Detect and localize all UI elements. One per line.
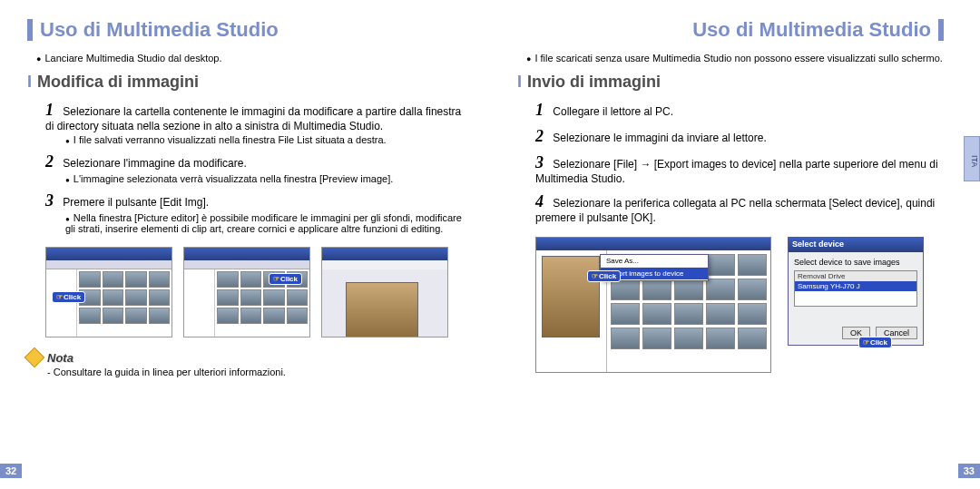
dialog-title: Select device	[789, 238, 923, 252]
device-group: Removal Drive	[795, 271, 916, 281]
folder-tree	[46, 269, 77, 337]
screenshot-filelist: ☞Click	[45, 247, 172, 337]
thumbnail-grid	[77, 269, 172, 337]
thumb	[706, 328, 735, 349]
click-callout: ☞Click	[587, 270, 621, 282]
section-pipe: I	[27, 73, 32, 91]
thumb	[706, 279, 735, 300]
step-2: 2 Selezionare l'immagine da modificare. …	[45, 152, 463, 184]
window-toolbar	[46, 260, 172, 269]
note-label: Nota	[47, 351, 74, 365]
screenshot-select-device-dialog: Select device Select device to save imag…	[788, 237, 924, 346]
thumb	[642, 328, 671, 349]
thumb	[706, 303, 735, 325]
step-number: 4	[535, 192, 550, 211]
step-text: Selezionare le immagini da inviare al le…	[553, 132, 766, 144]
thumb	[642, 303, 671, 325]
step-number: 2	[535, 127, 550, 146]
device-list[interactable]: Removal Drive Samsung YH-J70 J	[794, 270, 917, 307]
thumb	[125, 308, 147, 324]
thumb	[738, 328, 767, 349]
title-accent-bar	[27, 19, 33, 41]
thumb	[611, 303, 640, 325]
click-label: Click	[64, 293, 81, 301]
step-note: I file salvati verranno visualizzati nel…	[65, 134, 463, 145]
hand-icon: ☞	[56, 293, 63, 301]
thumb	[738, 254, 767, 276]
step-text: Premere il pulsante [Edit Img].	[63, 196, 209, 209]
click-callout: ☞Click	[858, 337, 892, 348]
step-text: Selezionare la cartella contenente le im…	[45, 105, 461, 132]
page-number: 33	[958, 464, 980, 478]
note-icon	[24, 347, 45, 368]
thumb	[240, 271, 262, 288]
title-bar-left: Uso di Multimedia Studio	[27, 18, 463, 42]
intro-text: Lanciare Multimedia Studio dal desktop.	[36, 53, 463, 64]
thumb	[240, 308, 262, 324]
thumb	[217, 271, 239, 288]
page-number: 32	[0, 464, 22, 478]
device-item-selected[interactable]: Samsung YH-J70 J	[795, 281, 916, 291]
thumb	[706, 254, 735, 276]
hand-icon: ☞	[273, 275, 279, 283]
window-titlebar	[46, 248, 172, 260]
step-number: 3	[535, 153, 550, 172]
thumb	[79, 308, 101, 324]
thumb	[287, 289, 309, 306]
thumb	[674, 328, 703, 349]
click-label: Click	[870, 338, 887, 347]
language-tab: ITA	[964, 136, 980, 181]
thumb	[738, 303, 767, 325]
click-callout: ☞Click	[52, 291, 85, 303]
page-title: Uso di Multimedia Studio	[692, 18, 931, 42]
steps-right: 1 Collegare il lettore al PC. 2 Selezion…	[535, 101, 944, 224]
thumb	[217, 289, 239, 306]
screenshot-picture-editor	[321, 247, 448, 337]
thumb	[263, 289, 285, 306]
thumb	[611, 328, 640, 349]
step-number: 1	[535, 101, 550, 120]
step-note: L'immagine selezionata verrà visualizzat…	[65, 173, 463, 184]
note-text: - Consultare la guida in linea per ulter…	[47, 367, 463, 377]
step-text: Selezionare l'immagine da modificare.	[63, 157, 246, 170]
step-number: 3	[45, 191, 60, 210]
editor-canvas	[346, 282, 418, 337]
thumb	[240, 289, 262, 306]
window-titlebar	[184, 248, 309, 260]
thumb	[79, 271, 101, 288]
note-block: Nota	[27, 350, 463, 365]
screenshot-row: ☞Click Edit Img ☞Click	[45, 247, 463, 337]
step-1: 1 Selezionare la cartella contenente le …	[45, 101, 463, 145]
step-number: 1	[45, 101, 60, 120]
hand-icon: ☞	[863, 338, 869, 347]
dialog-prompt: Select device to save images	[794, 258, 917, 267]
section-title: Modifica di immagini	[37, 73, 199, 91]
window-titlebar	[536, 238, 770, 250]
title-bar-right: Uso di Multimedia Studio	[517, 18, 944, 42]
title-accent-bar	[938, 19, 944, 41]
menu-item-save-as[interactable]: Save As...	[601, 255, 708, 268]
step-4: 4 Selezionare la periferica collegata al…	[535, 192, 944, 224]
step-number: 2	[45, 152, 60, 171]
section-heading-left: IModifica di immagini	[27, 73, 463, 92]
thumb	[674, 279, 703, 300]
thumb	[125, 271, 147, 288]
click-label: Click	[599, 272, 616, 280]
screenshot-export-menu: Save As... Export images to device ☞Clic…	[535, 237, 771, 373]
thumb	[149, 289, 171, 306]
page-right: Uso di Multimedia Studio I file scaricat…	[490, 0, 980, 489]
step-1: 1 Collegare il lettore al PC.	[535, 101, 944, 120]
section-heading-right: IInvio di immagini	[517, 73, 944, 92]
thumb	[738, 279, 767, 300]
section-title: Invio di immagini	[527, 73, 661, 91]
click-label: Click	[280, 275, 298, 283]
step-3: 3 Selezionare [File] → [Export images to…	[535, 153, 944, 185]
window-titlebar	[322, 248, 447, 260]
thumb	[642, 279, 671, 300]
step-text: Collegare il lettore al PC.	[553, 105, 673, 118]
step-text: Selezionare la periferica collegata al P…	[535, 197, 935, 224]
screenshot-editbutton: Edit Img ☞Click	[183, 247, 310, 337]
hand-icon: ☞	[592, 272, 598, 280]
preview-image	[542, 256, 600, 337]
window-toolbar	[184, 260, 309, 269]
